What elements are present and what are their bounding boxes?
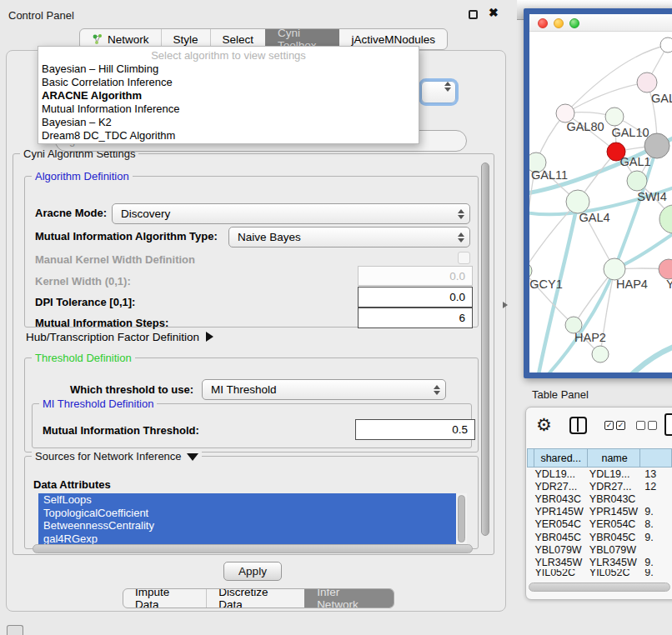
cell[interactable]: YDR27... — [534, 481, 587, 492]
cell[interactable]: YBR045C — [588, 532, 641, 543]
apply-button[interactable]: Apply — [223, 562, 282, 581]
attribute-item[interactable]: TopologicalCoefficient — [38, 507, 456, 520]
cell[interactable]: 9. — [640, 506, 672, 518]
cell[interactable]: YDR27... — [588, 481, 641, 492]
attribute-item[interactable]: gal4RGexp — [38, 532, 456, 546]
cell[interactable]: YIL052C — [588, 569, 641, 577]
scrollbar-thumb[interactable] — [458, 495, 465, 542]
network-tab-icon — [92, 33, 103, 45]
close-icon[interactable]: ✖ — [489, 6, 499, 19]
dropdown-item[interactable]: Dream8 DC_TDC Algorithm — [38, 129, 419, 142]
which-threshold-combo[interactable]: MI Threshold — [202, 379, 446, 400]
network-node[interactable] — [566, 190, 589, 213]
cell[interactable]: YLR345W — [534, 557, 587, 568]
cell[interactable]: 9. — [640, 532, 672, 543]
splitter-collapse-handle[interactable] — [503, 302, 508, 308]
network-node[interactable] — [637, 72, 657, 92]
cell[interactable]: 9. — [640, 557, 672, 568]
cell[interactable]: YIL052C — [534, 569, 587, 577]
deselect-all-icon[interactable] — [636, 421, 657, 430]
tab-infer-network[interactable]: Infer Network — [304, 589, 394, 608]
aracne-mode-combo[interactable]: Discovery — [112, 203, 470, 224]
cell[interactable]: 8. — [640, 518, 672, 530]
network-canvas[interactable]: GAL GAL80 GAL10 GAL1 GAL11 SWI4 GAL4 GCY… — [529, 32, 672, 372]
network-node[interactable] — [659, 259, 672, 279]
minimize-traffic-light[interactable] — [554, 18, 564, 28]
cell[interactable]: YDL19... — [534, 468, 587, 480]
table-row[interactable]: YER054C YER054C 8. — [527, 518, 672, 531]
cell[interactable]: YBL079W — [534, 544, 587, 556]
dropdown-item[interactable]: Mutual Information Inference — [38, 102, 419, 116]
network-node[interactable] — [660, 38, 672, 52]
cell[interactable]: YER054C — [588, 518, 641, 530]
column-header-partial[interactable] — [640, 448, 672, 468]
cell[interactable]: 9. — [640, 569, 672, 577]
cell[interactable]: YLR345W — [588, 557, 641, 568]
network-node[interactable] — [627, 171, 647, 191]
cell[interactable]: 12 — [640, 481, 672, 492]
table-horizontal-scrollbar[interactable] — [529, 582, 670, 592]
table-row[interactable]: YBR043C YBR043C — [527, 492, 672, 505]
table-row[interactable]: YBL079W YBL079W — [527, 543, 672, 556]
table-row[interactable]: YDR27... YDR27... 12 — [527, 480, 672, 492]
zoom-traffic-light[interactable] — [569, 18, 579, 28]
kernel-width-field: 0.0 — [358, 266, 473, 286]
scrollbar-thumb[interactable] — [481, 162, 489, 536]
close-traffic-light[interactable] — [538, 18, 548, 28]
dropdown-item[interactable]: Bayesian – K2 — [38, 116, 419, 129]
cell[interactable]: YBR043C — [534, 493, 587, 505]
cyni-algorithm-settings-group: Cyni Algorithm Settings Algorithm Defini… — [13, 153, 494, 555]
settings-horizontal-scrollbar[interactable] — [33, 544, 473, 553]
network-node[interactable] — [659, 205, 672, 233]
network-node-labels: GAL GAL80 GAL10 GAL1 GAL11 SWI4 GAL4 GCY… — [529, 92, 672, 344]
tab-impute-data[interactable]: Impute Data — [123, 589, 206, 608]
document-icon[interactable] — [664, 413, 672, 436]
select-all-icon[interactable]: ✓ ✓ — [604, 421, 625, 430]
cell[interactable]: YBR045C — [534, 532, 587, 543]
mi-steps-field[interactable]: 6 — [358, 308, 473, 328]
mi-threshold-field[interactable]: 0.5 — [355, 419, 475, 440]
network-node[interactable] — [592, 346, 609, 362]
attribute-item[interactable]: BetweennessCentrality — [38, 519, 456, 532]
network-node[interactable] — [605, 108, 624, 126]
cell[interactable]: YBR043C — [588, 493, 641, 505]
which-threshold-label: Which threshold to use: — [70, 383, 193, 396]
dropdown-item-selected[interactable]: ARACNE Algorithm — [38, 89, 419, 102]
attributes-scrollbar[interactable] — [456, 493, 467, 545]
columns-icon[interactable] — [569, 417, 587, 434]
cell[interactable]: YPR145W — [588, 506, 641, 518]
tab-infer-network-label: Infer Network — [317, 588, 382, 608]
network-node[interactable] — [529, 262, 532, 279]
column-header-shared-name[interactable]: shared... — [534, 448, 588, 468]
hub-transcription-factor-toggle[interactable]: Hub/Transcription Factor Definition — [26, 331, 213, 343]
table-row[interactable]: YBR045C YBR045C 9. — [527, 531, 672, 543]
panel-corner-button[interactable] — [7, 625, 23, 635]
float-window-icon[interactable] — [469, 10, 478, 19]
dropdown-item[interactable]: Bayesian – Hill Climbing — [38, 62, 419, 76]
table-row[interactable]: YLR345W YLR345W 9. — [527, 556, 672, 568]
inference-algorithm-combo-fragment[interactable] — [421, 81, 456, 103]
dpi-tolerance-field[interactable]: 0.0 — [358, 287, 473, 308]
sources-group-title[interactable]: Sources for Network Inference — [32, 450, 202, 462]
gear-icon[interactable]: ⚙ — [536, 415, 552, 435]
network-node-label: GAL11 — [531, 168, 568, 182]
column-header-name[interactable]: name — [588, 448, 640, 468]
tab-discretize-data-label: Discretize Data — [218, 588, 293, 608]
dropdown-item[interactable]: Basic Correlation Inference — [38, 76, 419, 89]
tab-discretize-data[interactable]: Discretize Data — [206, 589, 304, 608]
data-attributes-list[interactable]: SelfLoops TopologicalCoefficient Between… — [38, 493, 467, 545]
cell[interactable]: 13 — [640, 468, 672, 480]
collapsed-arrow-icon — [206, 332, 213, 342]
cell[interactable]: YDL19... — [588, 468, 641, 480]
settings-vertical-scrollbar[interactable] — [480, 161, 491, 549]
algorithm-definition-group: Algorithm Definition Aracne Mode: Discov… — [24, 176, 479, 328]
table-row[interactable]: YDL19... YDL19... 13 — [527, 468, 672, 480]
cell[interactable]: YBL079W — [588, 544, 641, 556]
cell[interactable]: YPR145W — [534, 506, 587, 518]
mi-steps-label: Mutual Information Steps: — [35, 317, 168, 329]
cell[interactable]: YER054C — [534, 518, 587, 530]
table-row[interactable]: YPR145W YPR145W 9. — [527, 506, 672, 518]
mi-type-combo[interactable]: Naive Bayes — [228, 227, 470, 248]
attribute-item[interactable]: SelfLoops — [38, 493, 456, 507]
table-row-partial[interactable]: YIL052C YIL052C 9. — [527, 569, 672, 577]
